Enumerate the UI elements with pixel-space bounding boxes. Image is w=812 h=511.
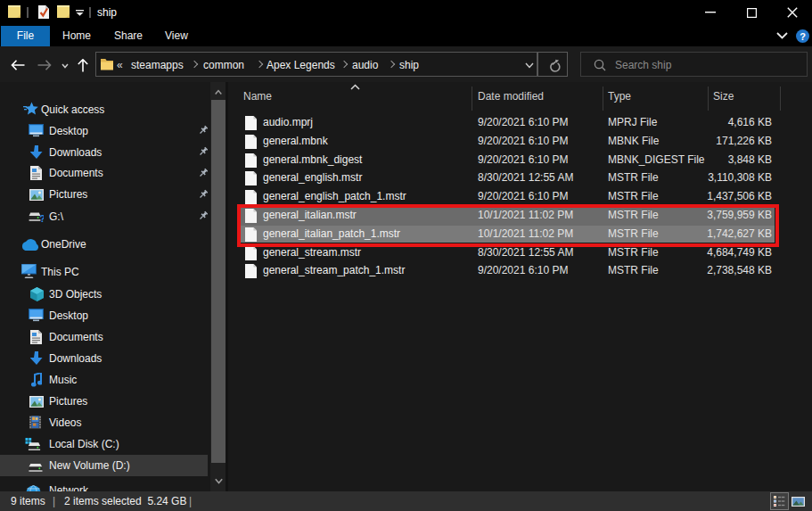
svg-text:?: ?: [800, 30, 806, 41]
svg-text:?: ?: [39, 212, 44, 223]
